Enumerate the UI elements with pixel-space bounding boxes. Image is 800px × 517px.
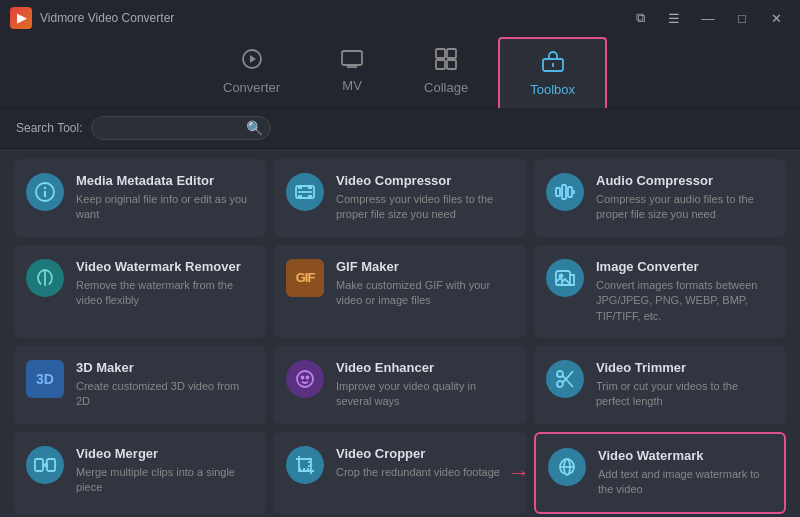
tool-grid-wrap: Media Metadata EditorKeep original file … — [0, 149, 800, 516]
tab-converter[interactable]: Converter — [193, 36, 310, 107]
svg-point-21 — [307, 376, 309, 378]
tab-collage[interactable]: Collage — [394, 36, 498, 107]
audio-compressor-text: Audio CompressorCompress your audio file… — [596, 173, 772, 223]
tool-card-video-compressor[interactable]: Video CompressorCompress your video file… — [274, 159, 526, 237]
svg-rect-16 — [568, 187, 572, 197]
video-compressor-text: Video CompressorCompress your video file… — [336, 173, 512, 223]
window-controls: ⧉ ☰ — □ ✕ — [626, 7, 790, 29]
tool-card-audio-compressor[interactable]: Audio CompressorCompress your audio file… — [534, 159, 786, 237]
video-enhancer-title: Video Enhancer — [336, 360, 512, 375]
media-metadata-editor-text: Media Metadata EditorKeep original file … — [76, 173, 252, 223]
tab-toolbox-label: Toolbox — [530, 82, 575, 97]
nav-tabs: Converter MV Collage — [0, 36, 800, 108]
svg-marker-1 — [250, 55, 256, 63]
title-bar-left: ▶ Vidmore Video Converter — [10, 7, 174, 29]
tab-mv-label: MV — [342, 78, 362, 93]
tool-card-media-metadata-editor[interactable]: Media Metadata EditorKeep original file … — [14, 159, 266, 237]
search-label: Search Tool: — [16, 121, 83, 135]
video-cropper-icon — [286, 446, 324, 484]
tool-card-video-cropper[interactable]: Video CropperCrop the redundant video fo… — [274, 432, 526, 514]
tool-grid: Media Metadata EditorKeep original file … — [14, 159, 786, 514]
close-btn[interactable]: ✕ — [762, 7, 790, 29]
video-watermark-remover-icon — [26, 259, 64, 297]
video-watermark-desc: Add text and image watermark to the vide… — [598, 467, 770, 498]
svg-point-11 — [44, 187, 46, 189]
search-bar: Search Tool: 🔍 — [0, 108, 800, 149]
app-logo: ▶ — [10, 7, 32, 29]
media-metadata-editor-desc: Keep original file info or edit as you w… — [76, 192, 252, 223]
video-merger-title: Video Merger — [76, 446, 252, 461]
video-enhancer-icon — [286, 360, 324, 398]
video-compressor-desc: Compress your video files to the proper … — [336, 192, 512, 223]
media-metadata-editor-title: Media Metadata Editor — [76, 173, 252, 188]
svg-rect-3 — [436, 49, 445, 58]
restore-btn[interactable]: ⧉ — [626, 7, 654, 29]
gif-maker-text: GIF MakerMake customized GIF with your v… — [336, 259, 512, 309]
video-trimmer-icon — [546, 360, 584, 398]
image-converter-text: Image ConverterConvert images formats be… — [596, 259, 772, 324]
3d-maker-icon: 3D — [26, 360, 64, 398]
tool-card-image-converter[interactable]: Image ConverterConvert images formats be… — [534, 245, 786, 338]
svg-rect-15 — [562, 185, 566, 199]
video-merger-text: Video MergerMerge multiple clips into a … — [76, 446, 252, 496]
toolbox-icon — [541, 49, 565, 78]
video-cropper-desc: Crop the redundant video footage — [336, 465, 512, 480]
video-watermark-remover-desc: Remove the watermark from the video flex… — [76, 278, 252, 309]
mv-icon — [340, 49, 364, 74]
minimize-btn[interactable]: — — [694, 7, 722, 29]
collage-icon — [434, 47, 458, 76]
svg-rect-5 — [436, 60, 445, 69]
tab-collage-label: Collage — [424, 80, 468, 95]
app-title: Vidmore Video Converter — [40, 11, 174, 25]
video-enhancer-desc: Improve your video quality in several wa… — [336, 379, 512, 410]
gif-maker-title: GIF Maker — [336, 259, 512, 274]
tab-converter-label: Converter — [223, 80, 280, 95]
svg-rect-27 — [35, 459, 43, 471]
tool-card-video-merger[interactable]: Video MergerMerge multiple clips into a … — [14, 432, 266, 514]
svg-rect-4 — [447, 49, 456, 58]
audio-compressor-desc: Compress your audio files to the proper … — [596, 192, 772, 223]
menu-btn[interactable]: ☰ — [660, 7, 688, 29]
tool-card-video-watermark[interactable]: Video WatermarkAdd text and image waterm… — [534, 432, 786, 514]
video-compressor-title: Video Compressor — [336, 173, 512, 188]
tool-card-video-enhancer[interactable]: Video EnhancerImprove your video quality… — [274, 346, 526, 424]
tool-card-gif-maker[interactable]: GIFGIF MakerMake customized GIF with you… — [274, 245, 526, 338]
tool-card-3d-maker[interactable]: 3D3D MakerCreate customized 3D video fro… — [14, 346, 266, 424]
search-icon[interactable]: 🔍 — [246, 120, 263, 136]
svg-rect-6 — [447, 60, 456, 69]
svg-point-20 — [302, 376, 304, 378]
3d-maker-text: 3D MakerCreate customized 3D video from … — [76, 360, 252, 410]
video-watermark-text: Video WatermarkAdd text and image waterm… — [598, 448, 770, 498]
audio-compressor-title: Audio Compressor — [596, 173, 772, 188]
video-trimmer-text: Video TrimmerTrim or cut your videos to … — [596, 360, 772, 410]
image-converter-desc: Convert images formats between JPG/JPEG,… — [596, 278, 772, 324]
svg-rect-2 — [342, 51, 362, 65]
tab-mv[interactable]: MV — [310, 36, 394, 107]
image-converter-title: Image Converter — [596, 259, 772, 274]
svg-point-19 — [297, 371, 313, 387]
converter-icon — [240, 47, 264, 76]
maximize-btn[interactable]: □ — [728, 7, 756, 29]
svg-rect-14 — [556, 188, 560, 196]
gif-maker-icon: GIF — [286, 259, 324, 297]
search-input-wrap: 🔍 — [91, 116, 271, 140]
tab-toolbox[interactable]: Toolbox — [498, 37, 607, 108]
video-merger-icon — [26, 446, 64, 484]
tool-card-video-trimmer[interactable]: Video TrimmerTrim or cut your videos to … — [534, 346, 786, 424]
video-watermark-icon — [548, 448, 586, 486]
video-trimmer-title: Video Trimmer — [596, 360, 772, 375]
search-input[interactable] — [91, 116, 271, 140]
video-merger-desc: Merge multiple clips into a single piece — [76, 465, 252, 496]
video-watermark-title: Video Watermark — [598, 448, 770, 463]
video-trimmer-desc: Trim or cut your videos to the perfect l… — [596, 379, 772, 410]
tool-card-video-watermark-remover[interactable]: Video Watermark RemoverRemove the waterm… — [14, 245, 266, 338]
3d-maker-desc: Create customized 3D video from 2D — [76, 379, 252, 410]
video-enhancer-text: Video EnhancerImprove your video quality… — [336, 360, 512, 410]
svg-line-26 — [568, 371, 573, 377]
3d-maker-title: 3D Maker — [76, 360, 252, 375]
video-watermark-remover-text: Video Watermark RemoverRemove the waterm… — [76, 259, 252, 309]
svg-rect-29 — [299, 459, 309, 469]
media-metadata-editor-icon — [26, 173, 64, 211]
video-cropper-title: Video Cropper — [336, 446, 512, 461]
video-compressor-icon — [286, 173, 324, 211]
